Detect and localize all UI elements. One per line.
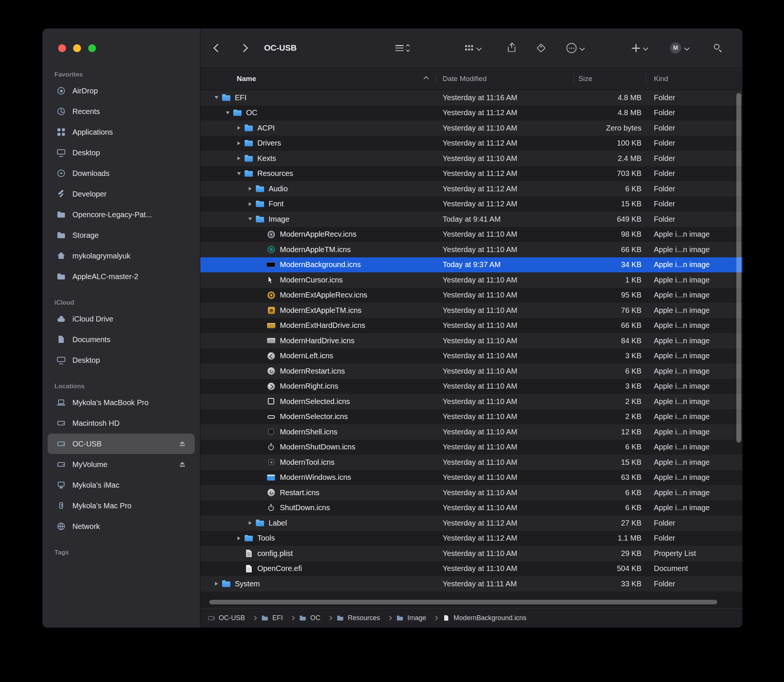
sidebar-item[interactable]: Desktop: [48, 143, 195, 163]
disclosure-triangle-icon[interactable]: [257, 318, 266, 333]
disclosure-triangle-icon[interactable]: [257, 363, 266, 379]
breadcrumb-item[interactable]: Image: [397, 614, 443, 622]
column-divider[interactable]: [646, 74, 646, 84]
disclosure-triangle-icon[interactable]: [234, 136, 244, 151]
close-window-button[interactable]: [58, 44, 66, 52]
disclosure-triangle-icon[interactable]: [245, 515, 255, 531]
sidebar-item[interactable]: Storage: [48, 225, 195, 245]
sidebar-item[interactable]: mykolagrymalyuk: [48, 246, 195, 266]
forward-button[interactable]: [241, 45, 247, 51]
table-row[interactable]: ModernRight.icns Yesterday at 11:10 AM 3…: [200, 379, 743, 394]
sidebar-item[interactable]: iCloud Drive: [48, 309, 195, 329]
disclosure-triangle-icon[interactable]: [257, 272, 266, 288]
disclosure-triangle-icon[interactable]: [212, 90, 221, 105]
disclosure-triangle-icon[interactable]: [245, 197, 255, 212]
column-header-date[interactable]: Date Modified: [443, 68, 486, 90]
table-row[interactable]: ModernExtHardDrive.icns Yesterday at 11:…: [200, 318, 743, 333]
disclosure-triangle-icon[interactable]: [257, 424, 266, 440]
column-header-name[interactable]: Name: [237, 68, 430, 90]
breadcrumb-item[interactable]: ModernBackground.icns: [443, 614, 526, 622]
disclosure-triangle-icon[interactable]: [257, 485, 266, 500]
table-row[interactable]: ModernAppleTM.icns Yesterday at 11:10 AM…: [200, 242, 743, 257]
sidebar-item[interactable]: MyVolume: [48, 454, 195, 475]
table-row[interactable]: ModernHardDrive.icns Yesterday at 11:10 …: [200, 333, 743, 349]
search-button[interactable]: [713, 43, 723, 53]
column-header-size[interactable]: Size: [578, 68, 592, 90]
table-row[interactable]: config.plist Yesterday at 11:10 AM 29 KB…: [200, 546, 743, 561]
table-row[interactable]: Label Yesterday at 11:12 AM 27 KB Folder: [200, 515, 743, 531]
disclosure-triangle-icon[interactable]: [257, 288, 266, 303]
disclosure-triangle-icon[interactable]: [257, 257, 266, 273]
disclosure-triangle-icon[interactable]: [257, 500, 266, 516]
table-row[interactable]: Restart.icns Yesterday at 11:10 AM 6 KB …: [200, 485, 743, 500]
table-row[interactable]: Audio Yesterday at 11:12 AM 6 KB Folder: [200, 181, 743, 197]
breadcrumb-item[interactable]: OC: [300, 614, 337, 622]
table-row[interactable]: ModernShell.icns Yesterday at 11:10 AM 1…: [200, 424, 743, 440]
disclosure-triangle-icon[interactable]: [257, 379, 266, 394]
disclosure-triangle-icon[interactable]: [257, 440, 266, 455]
table-row[interactable]: ModernAppleRecv.icns Yesterday at 11:10 …: [200, 227, 743, 242]
table-row[interactable]: Drivers Yesterday at 11:12 AM 100 KB Fol…: [200, 136, 743, 151]
disclosure-triangle-icon[interactable]: [257, 227, 266, 242]
group-by-control[interactable]: [465, 45, 481, 51]
disclosure-triangle-icon[interactable]: [212, 576, 221, 591]
disclosure-triangle-icon[interactable]: [234, 561, 244, 577]
tags-button[interactable]: [536, 43, 546, 53]
view-options-control[interactable]: [395, 45, 409, 51]
disclosure-triangle-icon[interactable]: [245, 181, 255, 197]
disclosure-triangle-icon[interactable]: [257, 470, 266, 485]
disclosure-triangle-icon[interactable]: [234, 151, 244, 166]
eject-icon[interactable]: [179, 441, 186, 447]
sidebar-item[interactable]: Downloads: [48, 163, 195, 183]
table-row[interactable]: Font Yesterday at 11:12 AM 15 KB Folder: [200, 197, 743, 212]
breadcrumb-item[interactable]: EFI: [261, 614, 300, 622]
table-row[interactable]: ModernExtAppleTM.icns Yesterday at 11:10…: [200, 303, 743, 318]
table-row[interactable]: System Yesterday at 11:11 AM 33 KB Folde…: [200, 576, 743, 591]
table-row[interactable]: Image Today at 9:41 AM 649 KB Folder: [200, 212, 743, 227]
disclosure-triangle-icon[interactable]: [245, 212, 255, 227]
zoom-window-button[interactable]: [88, 44, 96, 52]
table-row[interactable]: Kexts Yesterday at 11:10 AM 2.4 MB Folde…: [200, 151, 743, 166]
table-row[interactable]: ModernShutDown.icns Yesterday at 11:10 A…: [200, 440, 743, 455]
sidebar-item[interactable]: Developer: [48, 184, 195, 204]
disclosure-triangle-icon[interactable]: [257, 242, 266, 257]
disclosure-triangle-icon[interactable]: [257, 455, 266, 470]
table-row[interactable]: ModernWindows.icns Yesterday at 11:10 AM…: [200, 470, 743, 485]
table-row[interactable]: OC Yesterday at 11:12 AM 4.8 MB Folder: [200, 105, 743, 121]
table-row[interactable]: ModernRestart.icns Yesterday at 11:10 AM…: [200, 363, 743, 379]
disclosure-triangle-icon[interactable]: [257, 303, 266, 318]
column-header-kind[interactable]: Kind: [654, 68, 668, 90]
sidebar-item[interactable]: Recents: [48, 101, 195, 121]
disclosure-triangle-icon[interactable]: [234, 546, 244, 561]
table-row[interactable]: ModernBackground.icns Today at 9:37 AM 3…: [200, 257, 743, 273]
table-row[interactable]: ModernCursor.icns Yesterday at 11:10 AM …: [200, 272, 743, 288]
table-row[interactable]: ACPI Yesterday at 11:10 AM Zero bytes Fo…: [200, 120, 743, 136]
disclosure-triangle-icon[interactable]: [257, 349, 266, 364]
table-row[interactable]: ModernSelector.icns Yesterday at 11:10 A…: [200, 409, 743, 425]
sidebar-item[interactable]: Mykola’s iMac: [48, 475, 195, 495]
breadcrumb-item[interactable]: OC-USB: [208, 614, 261, 622]
sidebar-item[interactable]: AirDrop: [48, 81, 195, 101]
disclosure-triangle-icon[interactable]: [234, 166, 244, 182]
sidebar-item[interactable]: Desktop: [48, 350, 195, 370]
sidebar-item[interactable]: Mykola’s Mac Pro: [48, 496, 195, 516]
column-divider[interactable]: [574, 74, 574, 84]
vertical-scrollbar-thumb[interactable]: [736, 93, 741, 443]
disclosure-triangle-icon[interactable]: [234, 120, 244, 136]
table-row[interactable]: Resources Yesterday at 11:12 AM 703 KB F…: [200, 166, 743, 182]
horizontal-scrollbar-thumb[interactable]: [209, 600, 717, 604]
sidebar-item[interactable]: Opencore-Legacy-Pat...: [48, 204, 195, 225]
disclosure-triangle-icon[interactable]: [223, 105, 233, 121]
table-row[interactable]: ModernSelected.icns Yesterday at 11:10 A…: [200, 394, 743, 409]
sidebar-item[interactable]: Network: [48, 516, 195, 537]
breadcrumb-item[interactable]: Resources: [337, 614, 397, 622]
sidebar-item[interactable]: Documents: [48, 329, 195, 350]
table-row[interactable]: ModernExtAppleRecv.icns Yesterday at 11:…: [200, 288, 743, 303]
column-divider[interactable]: [436, 74, 436, 84]
eject-icon[interactable]: [179, 461, 186, 467]
vertical-scrollbar[interactable]: [735, 90, 743, 608]
table-row[interactable]: ShutDown.icns Yesterday at 11:10 AM 6 KB…: [200, 500, 743, 516]
table-row[interactable]: EFI Yesterday at 11:16 AM 4.8 MB Folder: [200, 90, 743, 105]
account-menu[interactable]: M: [670, 42, 689, 54]
disclosure-triangle-icon[interactable]: [257, 409, 266, 425]
